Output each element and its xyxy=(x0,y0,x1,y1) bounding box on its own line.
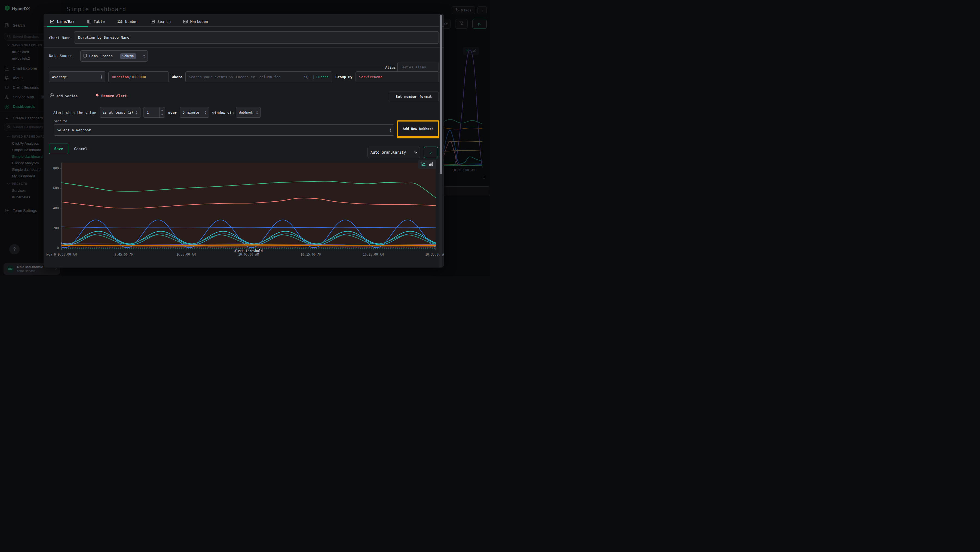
chart-type-tabs: Line/Bar Table 123 Number Search Markdow… xyxy=(50,17,208,26)
group-by-input[interactable]: ServiceName xyxy=(356,72,439,82)
svg-text:0: 0 xyxy=(57,246,59,250)
schema-badge: Schema xyxy=(120,53,136,59)
circle-plus-icon xyxy=(49,93,54,99)
series-divider xyxy=(49,67,382,67)
expression-token: / xyxy=(129,75,131,79)
data-source-select[interactable]: Demo Traces Schema ▲▼ xyxy=(80,50,148,62)
send-to-label: Send to xyxy=(54,119,67,123)
alert-threshold-input[interactable]: 1 ▲▼ xyxy=(143,107,165,118)
markdown-icon xyxy=(183,20,188,24)
table-icon xyxy=(87,20,91,24)
svg-text:10:15:00 AM: 10:15:00 AM xyxy=(301,252,321,256)
tab-number[interactable]: 123 Number xyxy=(117,19,138,24)
preview-chart: 0200400600800Nov 6 9:35:00 AM9:45:00 AM9… xyxy=(43,161,444,268)
alias-label: Alias xyxy=(385,65,396,70)
tab-table[interactable]: Table xyxy=(87,19,105,24)
stepper-down-icon[interactable]: ▼ xyxy=(161,113,163,116)
play-icon: ▷ xyxy=(430,150,432,155)
chevron-updown-icon: ▲▼ xyxy=(205,110,206,115)
chevron-updown-icon: ▲▼ xyxy=(256,110,258,115)
svg-text:Nov 6 9:35:00 AM: Nov 6 9:35:00 AM xyxy=(46,252,77,256)
tab-markdown[interactable]: Markdown xyxy=(183,19,208,24)
svg-text:400: 400 xyxy=(53,206,59,210)
chart-type-toggle xyxy=(418,160,436,169)
lang-lucene[interactable]: Lucene xyxy=(316,75,329,79)
search-list-icon xyxy=(151,20,155,24)
alert-channel-select[interactable]: Webhook ▲▼ xyxy=(236,107,261,118)
svg-text:600: 600 xyxy=(53,187,59,190)
lang-sql[interactable]: SQL xyxy=(304,75,310,79)
svg-text:9:45:00 AM: 9:45:00 AM xyxy=(115,252,133,256)
add-new-webhook-button[interactable]: Add New Webhook xyxy=(398,122,438,136)
set-number-format-button[interactable]: Set number format xyxy=(389,91,439,101)
granularity-select[interactable]: Auto Granularity xyxy=(368,147,420,158)
group-by-label: Group By xyxy=(336,75,353,79)
line-chart-icon xyxy=(50,20,54,24)
bar-chart-icon[interactable] xyxy=(429,162,433,167)
svg-text:200: 200 xyxy=(53,226,59,230)
where-placeholder: Search your events w/ Lucene ex. column:… xyxy=(189,75,281,79)
chevron-updown-icon: ▲▼ xyxy=(143,54,145,58)
alert-when-label: Alert when the value xyxy=(53,111,96,115)
over-label: over xyxy=(168,111,177,115)
chart-name-input[interactable] xyxy=(74,31,439,44)
svg-text:800: 800 xyxy=(53,166,59,170)
edit-chart-modal: Line/Bar Table 123 Number Search Markdow… xyxy=(43,14,444,268)
aggregation-select[interactable]: Average ▲▼ xyxy=(49,72,105,82)
svg-text:Alert Threshold: Alert Threshold xyxy=(234,249,263,253)
data-source-label: Data Source xyxy=(49,54,72,58)
where-label: Where xyxy=(172,75,182,79)
number-stepper[interactable]: ▲▼ xyxy=(159,107,165,117)
svg-text:10:05:00 AM: 10:05:00 AM xyxy=(238,252,259,256)
tabs-underline xyxy=(43,26,444,27)
tab-line-bar[interactable]: Line/Bar xyxy=(50,19,75,24)
expression-token: 1000000 xyxy=(131,75,146,79)
line-chart-icon[interactable] xyxy=(422,162,426,167)
database-icon xyxy=(83,54,87,58)
alert-window-select[interactable]: 5 minute ▲▼ xyxy=(180,107,209,118)
add-series-button[interactable]: Add Series xyxy=(49,93,78,99)
number-123-icon: 123 xyxy=(117,20,123,24)
expression-token: Duration xyxy=(112,75,129,79)
chevron-updown-icon: ▲▼ xyxy=(136,110,137,115)
cancel-button[interactable]: Cancel xyxy=(74,147,88,151)
active-tab-indicator xyxy=(47,26,88,27)
alert-condition-select[interactable]: is at least (≥) ▲▼ xyxy=(100,107,140,118)
preview-play-button[interactable]: ▷ xyxy=(424,147,438,158)
svg-text:9:55:00 AM: 9:55:00 AM xyxy=(177,252,196,256)
webhook-select[interactable]: Select a Webhook ▲▼ xyxy=(54,124,394,136)
field-expression-input[interactable]: Duration/1000000 xyxy=(108,72,169,82)
save-button[interactable]: Save xyxy=(49,144,68,154)
svg-text:10:25:00 AM: 10:25:00 AM xyxy=(363,252,383,256)
chevron-down-icon xyxy=(414,150,417,155)
chevron-updown-icon: ▲▼ xyxy=(101,75,102,79)
modal-scrollbar-thumb[interactable] xyxy=(440,15,442,174)
window-via-label: window via xyxy=(212,111,234,115)
remove-alert-button[interactable]: Remove Alert xyxy=(95,93,127,98)
chevron-updown-icon: ▲▼ xyxy=(390,128,391,132)
tab-search[interactable]: Search xyxy=(151,19,171,24)
where-input[interactable]: Search your events w/ Lucene ex. column:… xyxy=(185,72,332,82)
chart-name-label: Chart Name xyxy=(49,36,70,40)
alias-input[interactable] xyxy=(398,62,439,72)
stepper-up-icon[interactable]: ▲ xyxy=(161,109,163,111)
bell-filled-icon xyxy=(95,93,99,98)
